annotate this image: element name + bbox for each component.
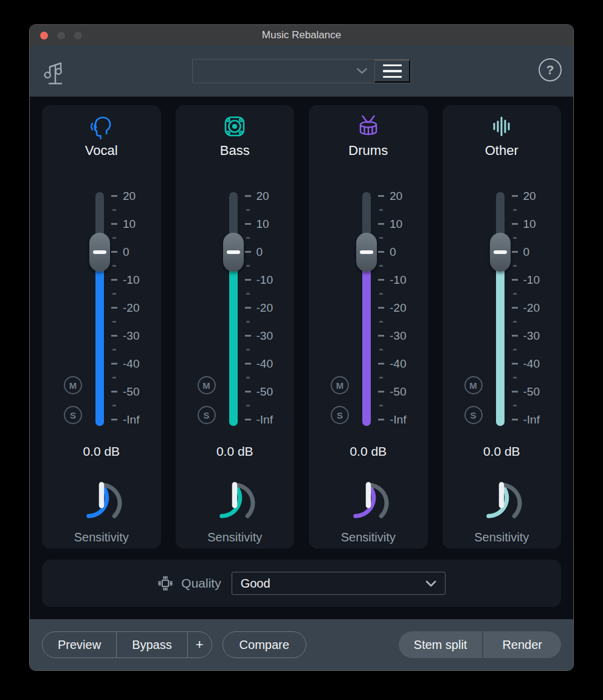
- tick-label: -50: [390, 385, 406, 399]
- gain-value: 0.0 dB: [176, 444, 295, 459]
- fader-minor-ticks: [379, 209, 383, 407]
- vocal-sensitivity-knob[interactable]: [76, 478, 127, 529]
- vocal-icon: [42, 112, 161, 140]
- channel-name: Other: [443, 143, 562, 159]
- fader-minor-ticks: [246, 209, 250, 407]
- tick-label: -20: [390, 301, 406, 315]
- drum-icon: [309, 112, 428, 140]
- action-group: Stem split Render: [399, 631, 561, 658]
- solo-button[interactable]: S: [64, 406, 82, 424]
- bypass-button[interactable]: Bypass: [116, 632, 187, 657]
- mute-button[interactable]: M: [64, 376, 82, 394]
- tick-label: -10: [390, 273, 406, 287]
- tick-label: 10: [390, 217, 402, 232]
- compare-button[interactable]: Compare: [222, 631, 306, 658]
- solo-button[interactable]: S: [464, 406, 483, 424]
- tick-label: 0: [523, 245, 530, 259]
- speaker-icon: [176, 112, 295, 140]
- gain-value: 0.0 dB: [309, 444, 428, 459]
- waveform-icon: [443, 112, 562, 140]
- vocal-gain-fader: 20 10 0 -10 -20 -30 -40 -50 -Inf M S: [42, 192, 161, 426]
- other-sensitivity-knob[interactable]: [476, 478, 527, 529]
- tick-label: -Inf: [523, 413, 540, 427]
- footer-bar: Preview Bypass + Compare Stem split Rend…: [30, 619, 573, 670]
- stem-split-button[interactable]: Stem split: [399, 631, 483, 658]
- preview-button[interactable]: Preview: [43, 632, 116, 657]
- tick-label: -50: [523, 385, 540, 399]
- quality-panel: Quality Good: [42, 560, 561, 607]
- tick-label: -40: [390, 357, 406, 371]
- bass-sensitivity-knob[interactable]: [209, 478, 260, 529]
- tick-label: -30: [257, 329, 273, 343]
- tick-label: 20: [123, 189, 136, 204]
- fader-fill: [95, 252, 104, 426]
- tick-label: -Inf: [257, 413, 273, 427]
- sensitivity-label: Sensitivity: [42, 530, 161, 544]
- toolbar: ?: [30, 46, 573, 97]
- solo-button[interactable]: S: [198, 406, 216, 424]
- quality-value: Good: [241, 577, 270, 591]
- fader-handle[interactable]: [490, 233, 511, 272]
- channel-other: Other 20 10 0 -10 -20 -30 -40: [443, 105, 562, 549]
- preset-select[interactable]: [193, 60, 374, 83]
- hamburger-icon: [383, 64, 402, 67]
- fader-fill: [496, 252, 505, 426]
- quality-select[interactable]: Good: [232, 572, 446, 595]
- help-button[interactable]: ?: [539, 58, 562, 81]
- fader-handle[interactable]: [89, 233, 110, 272]
- tick-label: 20: [523, 189, 536, 204]
- main-content: Vocal 20 10 0 -10 -20 -30 -40: [30, 97, 573, 619]
- tick-label: -50: [257, 385, 273, 399]
- other-gain-fader: 20 10 0 -10 -20 -30 -40 -50 -Inf M S: [443, 192, 562, 426]
- mute-button[interactable]: M: [464, 376, 483, 394]
- tick-label: -Inf: [123, 413, 139, 427]
- fader-handle[interactable]: [223, 233, 244, 272]
- drums-sensitivity-knob[interactable]: [343, 478, 394, 529]
- tick-label: -Inf: [390, 413, 406, 427]
- close-window-button[interactable]: [40, 32, 48, 39]
- sensitivity-label: Sensitivity: [176, 530, 295, 544]
- sensitivity-label: Sensitivity: [443, 530, 562, 544]
- tick-label: 0: [390, 245, 396, 259]
- fader-handle[interactable]: [356, 233, 377, 272]
- minimize-window-button[interactable]: [57, 32, 65, 39]
- chevron-down-icon: [426, 580, 436, 587]
- window-title: Music Rebalance: [262, 29, 341, 41]
- chip-icon: [157, 575, 173, 591]
- gain-value: 0.0 dB: [443, 444, 562, 459]
- channel-vocal: Vocal 20 10 0 -10 -20 -30 -40: [42, 105, 161, 549]
- mute-button[interactable]: M: [198, 376, 216, 394]
- fader-grip: [93, 250, 106, 254]
- tick-label: 20: [390, 189, 402, 204]
- plugin-window: Music Rebalance ?: [29, 24, 574, 671]
- bass-gain-fader: 20 10 0 -10 -20 -30 -40 -50 -Inf M S: [176, 192, 295, 426]
- tick-label: -10: [257, 273, 273, 287]
- tick-label: -10: [523, 273, 540, 287]
- gain-value: 0.0 dB: [42, 444, 161, 459]
- solo-button[interactable]: S: [331, 406, 349, 424]
- tick-label: 10: [257, 217, 269, 232]
- tick-label: -40: [257, 357, 273, 371]
- tick-label: -30: [523, 329, 540, 343]
- channel-name: Drums: [309, 143, 428, 159]
- tick-label: -20: [523, 301, 540, 315]
- fader-minor-ticks: [112, 209, 116, 407]
- render-button[interactable]: Render: [482, 631, 561, 658]
- mute-button[interactable]: M: [331, 376, 349, 394]
- zoom-window-button[interactable]: [74, 32, 82, 39]
- preset-menu-button[interactable]: [374, 60, 410, 83]
- tick-label: -30: [123, 329, 139, 343]
- tick-label: 0: [257, 245, 263, 259]
- tick-label: 0: [123, 245, 129, 259]
- window-controls: [40, 25, 82, 46]
- music-rebalance-module-icon: [40, 57, 67, 89]
- channel-strips: Vocal 20 10 0 -10 -20 -30 -40: [42, 105, 561, 549]
- tick-label: 20: [257, 189, 269, 204]
- tick-label: 10: [523, 217, 536, 232]
- fader-grip: [494, 250, 507, 254]
- sensitivity-label: Sensitivity: [309, 530, 428, 544]
- channel-name: Vocal: [42, 143, 161, 159]
- tick-label: -50: [123, 385, 139, 399]
- tick-label: -30: [390, 329, 406, 343]
- add-button[interactable]: +: [187, 632, 212, 657]
